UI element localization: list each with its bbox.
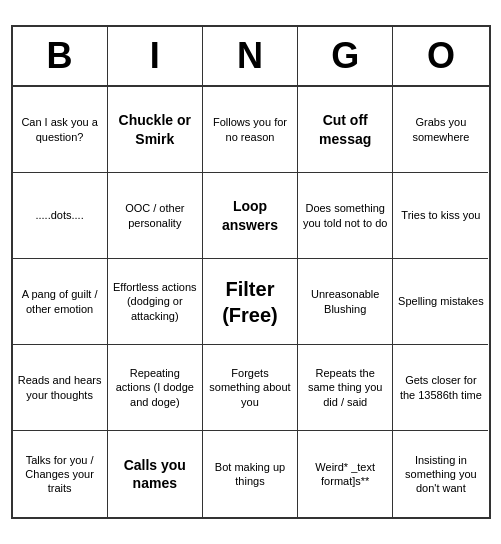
bingo-cell-19[interactable]: Gets closer for the 13586th time: [393, 345, 488, 431]
bingo-cell-21[interactable]: Calls you names: [108, 431, 203, 517]
bingo-cell-6[interactable]: OOC / other personality: [108, 173, 203, 259]
bingo-cell-14[interactable]: Spelling mistakes: [393, 259, 488, 345]
bingo-cell-11[interactable]: Effortless actions (dodging or attacking…: [108, 259, 203, 345]
bingo-letter-n: N: [203, 27, 298, 85]
bingo-cell-20[interactable]: Talks for you / Changes your traits: [13, 431, 108, 517]
bingo-cell-24[interactable]: Insisting in something you don't want: [393, 431, 488, 517]
bingo-cell-8[interactable]: Does something you told not to do: [298, 173, 393, 259]
bingo-cell-2[interactable]: Follows you for no reason: [203, 87, 298, 173]
bingo-letter-i: I: [108, 27, 203, 85]
bingo-card: BINGO Can I ask you a question?Chuckle o…: [11, 25, 491, 519]
bingo-letter-g: G: [298, 27, 393, 85]
bingo-cell-13[interactable]: Unreasonable Blushing: [298, 259, 393, 345]
bingo-cell-4[interactable]: Grabs you somewhere: [393, 87, 488, 173]
bingo-cell-5[interactable]: .....dots....: [13, 173, 108, 259]
bingo-letter-o: O: [393, 27, 488, 85]
bingo-cell-7[interactable]: Loop answers: [203, 173, 298, 259]
bingo-cell-1[interactable]: Chuckle or Smirk: [108, 87, 203, 173]
bingo-cell-22[interactable]: Bot making up things: [203, 431, 298, 517]
bingo-cell-17[interactable]: Forgets something about you: [203, 345, 298, 431]
bingo-cell-23[interactable]: Weird* _text format]s**: [298, 431, 393, 517]
bingo-header: BINGO: [13, 27, 489, 87]
bingo-cell-3[interactable]: Cut off messag: [298, 87, 393, 173]
bingo-cell-15[interactable]: Reads and hears your thoughts: [13, 345, 108, 431]
bingo-cell-16[interactable]: Repeating actions (I dodge and doge): [108, 345, 203, 431]
bingo-grid: Can I ask you a question?Chuckle or Smir…: [13, 87, 489, 517]
bingo-cell-10[interactable]: A pang of guilt / other emotion: [13, 259, 108, 345]
bingo-cell-9[interactable]: Tries to kiss you: [393, 173, 488, 259]
bingo-cell-18[interactable]: Repeats the same thing you did / said: [298, 345, 393, 431]
bingo-cell-0[interactable]: Can I ask you a question?: [13, 87, 108, 173]
bingo-letter-b: B: [13, 27, 108, 85]
bingo-cell-12[interactable]: Filter (Free): [203, 259, 298, 345]
